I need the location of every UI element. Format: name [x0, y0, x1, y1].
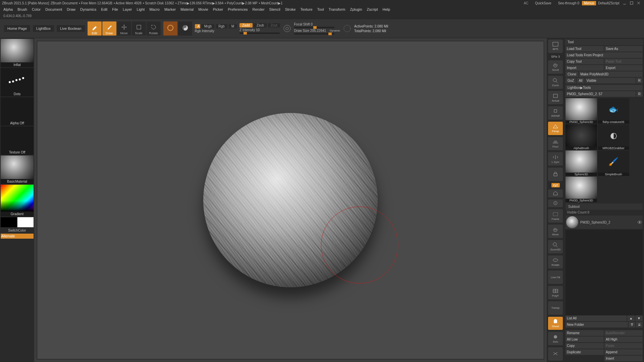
copy-tool-button[interactable]: Copy Tool — [566, 59, 604, 64]
sculptris-button[interactable] — [178, 21, 192, 36]
make-polymesh-button[interactable]: Make PolyMesh3D — [579, 71, 643, 77]
insert-button[interactable]: Insert — [604, 356, 643, 361]
spix-label[interactable]: SPix 3 — [551, 55, 560, 58]
autoreorder-button[interactable]: AutoReorder — [604, 330, 643, 336]
menu-texture[interactable]: Texture — [300, 7, 312, 11]
tool-title[interactable]: Tool — [565, 39, 643, 45]
goz-button[interactable]: GoZ — [566, 78, 576, 83]
home-icon-button[interactable] — [548, 189, 563, 197]
dynamic-label[interactable]: Dynamic — [330, 29, 340, 32]
zadd-button[interactable]: Zadd — [239, 23, 253, 27]
floor-button[interactable]: Floor — [548, 137, 563, 150]
all-low-button[interactable]: All Low — [566, 337, 604, 342]
lightbox-tools-button[interactable]: Lightbox▶Tools — [566, 85, 643, 90]
mrgb-button[interactable]: Mrgb — [202, 24, 215, 28]
zintensity-slider[interactable] — [239, 33, 280, 34]
seethrough-slider[interactable]: See-through 0 — [558, 1, 579, 5]
clone-button[interactable]: Clone — [566, 71, 578, 77]
tool-thumb[interactable]: 🖌️SimpleBrush — [598, 150, 629, 176]
alternate-button[interactable]: Alternate — [1, 234, 34, 239]
menu-help[interactable]: Help — [383, 7, 390, 11]
menu-material[interactable]: Material — [180, 7, 194, 11]
tool-thumb[interactable]: Sphere3D — [566, 150, 597, 176]
export-button[interactable]: Export — [604, 65, 643, 71]
r-button[interactable]: R — [636, 91, 643, 97]
edit-mode-button[interactable]: Edit — [88, 21, 102, 36]
texture-slot[interactable]: Texture Off — [1, 126, 34, 155]
goz-r-button[interactable]: R — [636, 78, 643, 83]
up2-button[interactable]: ⇈ — [629, 322, 635, 327]
tool-thumb[interactable]: PM3D_Sphere3D — [566, 177, 597, 202]
menu-macro[interactable]: Macro — [149, 7, 160, 11]
new-folder-button[interactable]: New Folder — [566, 322, 628, 327]
alpha-slot[interactable]: Alpha Off — [1, 97, 34, 126]
ghost-button[interactable]: Ghost — [548, 317, 563, 330]
menu-stencil[interactable]: Stencil — [269, 7, 280, 11]
zsub-button[interactable]: Zsub — [254, 23, 267, 27]
viewport-canvas[interactable] — [37, 41, 544, 359]
material-slot[interactable]: BasicMaterial — [1, 156, 34, 184]
load-project-button[interactable]: Load Tools From Project — [566, 52, 643, 58]
menus-button[interactable]: Menus — [582, 1, 596, 5]
drawsize-slider[interactable] — [294, 33, 334, 35]
switch-color[interactable] — [1, 217, 34, 227]
eye-icon[interactable] — [637, 220, 642, 225]
m-button[interactable]: M — [229, 24, 237, 28]
goz-visible-button[interactable]: Visible — [585, 78, 636, 83]
solo-button[interactable]: Solo — [548, 332, 563, 345]
rgb-button[interactable]: Rgb — [216, 24, 227, 28]
import-button[interactable]: Import — [566, 65, 604, 71]
a-toggle[interactable]: A — [195, 24, 200, 28]
scroll-button[interactable]: Scroll — [548, 60, 563, 74]
menu-file[interactable]: File — [112, 7, 118, 11]
home-page-button[interactable]: Home Page — [4, 25, 30, 32]
menu-stroke[interactable]: Stroke — [285, 7, 296, 11]
color-picker[interactable]: Gradient — [1, 185, 34, 217]
lock-button[interactable] — [548, 168, 563, 181]
menu-zscript[interactable]: Zscript — [367, 7, 378, 11]
subtool-header[interactable]: Subtool — [566, 203, 643, 210]
down2-button[interactable]: ⇊ — [636, 322, 643, 327]
menu-marker[interactable]: Marker — [164, 7, 176, 11]
persp-button[interactable]: Persp — [548, 122, 563, 135]
menu-layer[interactable]: Layer — [123, 7, 132, 11]
lsym-button[interactable]: L.Sym — [548, 152, 563, 166]
menu-render[interactable]: Render — [253, 7, 265, 11]
tool-thumb[interactable]: PM3D_Sphere3D — [566, 98, 597, 124]
target-button[interactable] — [548, 199, 563, 207]
menu-zplugin[interactable]: Zplugin — [350, 7, 362, 11]
transp-button[interactable]: Transp — [548, 301, 563, 315]
xpolish-button[interactable] — [548, 347, 563, 361]
gizmo-button[interactable] — [163, 21, 177, 36]
menu-transform[interactable]: Transform — [329, 7, 345, 11]
actual-button[interactable]: Actual — [548, 91, 563, 104]
subtool-item[interactable]: PM3D_Sphere3D_2 — [566, 216, 643, 229]
stroke-slot[interactable]: Dots — [1, 68, 34, 97]
menu-light[interactable]: Light — [137, 7, 145, 11]
up-arrow-button[interactable]: ▲ — [627, 315, 635, 321]
copy-button[interactable]: Copy — [566, 343, 604, 349]
xyz-button[interactable]: xyz — [551, 183, 560, 187]
focal-slider[interactable] — [294, 27, 334, 28]
zoom-button[interactable]: Zoom — [548, 76, 563, 89]
subtool-list[interactable] — [566, 230, 643, 315]
draw-mode-button[interactable]: Draw — [102, 21, 116, 36]
tool-thumb[interactable]: ◐MRGBZGrabber — [598, 124, 629, 150]
rename-button[interactable]: Rename — [566, 330, 604, 336]
max-icon[interactable] — [630, 1, 634, 5]
aahalf-button[interactable]: AAHalf — [548, 106, 563, 120]
down-arrow-button[interactable]: ▼ — [635, 315, 643, 321]
close-icon[interactable] — [637, 1, 641, 5]
tool-thumb[interactable]: 🐟fishy-creature05 — [598, 98, 629, 124]
menu-picker[interactable]: Picker — [213, 7, 223, 11]
bpr-button[interactable]: BPR — [548, 40, 563, 53]
rotate-mode-button[interactable]: Rotate — [147, 21, 161, 36]
menu-preferences[interactable]: Preferences — [228, 7, 248, 11]
zcut-button[interactable]: Zcut — [268, 23, 280, 27]
menu-movie[interactable]: Movie — [198, 7, 208, 11]
save-as-button[interactable]: Save As — [604, 46, 643, 52]
list-all-button[interactable]: List All — [566, 315, 627, 321]
menu-draw[interactable]: Draw — [67, 7, 75, 11]
menu-color[interactable]: Color — [32, 7, 41, 11]
menu-edit[interactable]: Edit — [101, 7, 107, 11]
